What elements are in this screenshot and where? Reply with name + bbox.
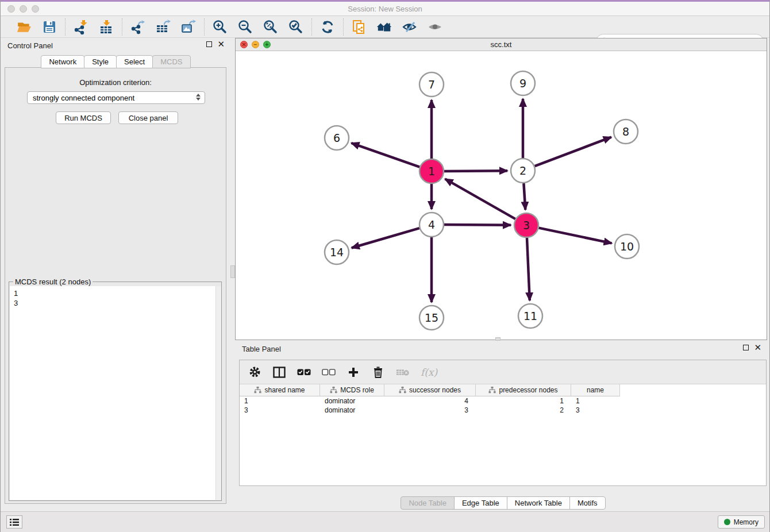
- show-all-eye-icon[interactable]: [427, 19, 443, 35]
- network-maximize-icon[interactable]: +: [263, 41, 271, 48]
- graph-node-14[interactable]: 14: [325, 240, 349, 264]
- table-panel-float-icon[interactable]: [743, 345, 749, 350]
- column-header-MCDS-role[interactable]: MCDS role: [320, 384, 384, 396]
- run-mcds-button[interactable]: Run MCDS: [56, 111, 111, 124]
- graph-node-8[interactable]: 8: [614, 119, 638, 144]
- table-cell[interactable]: 3: [384, 406, 476, 414]
- table-cell[interactable]: 3: [571, 406, 620, 414]
- open-session-icon[interactable]: [16, 19, 32, 35]
- graph-node-7[interactable]: 7: [419, 72, 444, 97]
- panel-splitter[interactable]: [230, 38, 235, 509]
- graph-edge-1-2[interactable]: [444, 171, 507, 171]
- table-toolbar: f(x): [240, 360, 766, 384]
- table-cell[interactable]: 3: [240, 406, 320, 414]
- graph-node-4[interactable]: 4: [419, 213, 444, 237]
- maximize-window-icon[interactable]: [32, 5, 39, 13]
- table-cell[interactable]: 2: [476, 406, 571, 414]
- export-image-icon[interactable]: [180, 19, 197, 35]
- zoom-out-icon[interactable]: [237, 19, 253, 35]
- graph-edge-3-11[interactable]: [527, 238, 530, 300]
- table-cell[interactable]: 1: [240, 397, 320, 405]
- graph-node-10[interactable]: 10: [615, 234, 639, 259]
- graph-node-6[interactable]: 6: [325, 126, 349, 150]
- network-close-icon[interactable]: ✕: [240, 41, 248, 48]
- tab-mcds[interactable]: MCDS: [152, 55, 190, 68]
- memory-button[interactable]: Memory: [718, 515, 765, 529]
- select-all-icon[interactable]: [297, 365, 311, 379]
- mcds-result-item[interactable]: 1: [14, 288, 221, 298]
- tab-motifs[interactable]: Motifs: [569, 496, 606, 510]
- select-stepper-icon: [196, 94, 201, 101]
- graph-edge-1-6[interactable]: [352, 143, 420, 167]
- graph-edge-4-3[interactable]: [444, 225, 511, 225]
- import-table-icon[interactable]: [98, 19, 114, 35]
- table-panel-close-icon[interactable]: ✕: [754, 345, 761, 350]
- home-icon[interactable]: [376, 19, 392, 35]
- column-header-successor-nodes[interactable]: successor nodes: [384, 384, 476, 396]
- network-minimize-icon[interactable]: −: [252, 41, 259, 48]
- function-builder-icon[interactable]: f(x): [421, 367, 437, 378]
- export-table-icon[interactable]: [155, 19, 171, 35]
- table-cell[interactable]: dominator: [320, 406, 384, 414]
- column-header-predecessor-nodes[interactable]: predecessor nodes: [476, 384, 571, 396]
- table-settings-icon[interactable]: [248, 365, 261, 379]
- optimization-criterion-value: strongly connected component: [33, 94, 134, 102]
- task-history-button[interactable]: [6, 515, 22, 529]
- control-panel-float-icon[interactable]: [206, 41, 212, 47]
- zoom-fit-icon[interactable]: [263, 19, 279, 35]
- graph-edge-3-1[interactable]: [445, 179, 515, 219]
- graph-node-9[interactable]: 9: [511, 71, 535, 95]
- graph-edge-2-3[interactable]: [523, 183, 525, 210]
- tab-network-table[interactable]: Network Table: [507, 496, 570, 510]
- table-header-row: shared nameMCDS rolesuccessor nodesprede…: [240, 384, 766, 396]
- deselect-all-icon[interactable]: [322, 365, 336, 379]
- table-cell[interactable]: 1: [571, 397, 620, 405]
- zoom-in-icon[interactable]: [212, 19, 228, 35]
- graph-node-1[interactable]: 1: [419, 159, 444, 183]
- close-window-icon[interactable]: [7, 5, 15, 13]
- column-header-shared-name[interactable]: shared name: [240, 384, 320, 396]
- optimization-criterion-select[interactable]: strongly connected component: [27, 91, 205, 104]
- graph-edge-2-8[interactable]: [535, 137, 611, 167]
- minimize-window-icon[interactable]: [20, 5, 27, 13]
- zoom-selected-icon[interactable]: [288, 19, 304, 35]
- table-cell[interactable]: dominator: [320, 397, 384, 405]
- tab-select[interactable]: Select: [116, 55, 153, 68]
- svg-text:4: 4: [428, 218, 435, 231]
- tab-network[interactable]: Network: [41, 55, 84, 68]
- save-session-icon[interactable]: [41, 19, 57, 35]
- column-header-name[interactable]: name: [571, 384, 620, 396]
- table-cell[interactable]: 4: [384, 397, 476, 405]
- graph-node-3[interactable]: 3: [514, 213, 538, 237]
- network-window-titlebar[interactable]: scc.txt ✕ − +: [236, 38, 767, 51]
- graph-node-15[interactable]: 15: [419, 306, 444, 330]
- table-panel-tabs: Node TableEdge TableNetwork TableMotifs: [235, 496, 770, 510]
- hide-selected-eye-icon[interactable]: [402, 19, 418, 35]
- graph-edge-3-10[interactable]: [539, 228, 612, 244]
- result-scrollbar[interactable]: [215, 286, 221, 500]
- export-network-icon[interactable]: [130, 19, 146, 35]
- control-panel-header: Control Panel ✕: [1, 40, 230, 53]
- table-row[interactable]: 3dominator323: [240, 406, 766, 415]
- close-panel-button[interactable]: Close panel: [118, 111, 178, 124]
- mcds-result-list[interactable]: 13: [10, 286, 221, 500]
- network-window-grip[interactable]: [495, 337, 500, 341]
- clone-network-icon[interactable]: [351, 19, 367, 35]
- graph-node-11[interactable]: 11: [518, 304, 542, 328]
- split-view-icon[interactable]: [272, 365, 286, 379]
- mcds-result-item[interactable]: 3: [14, 298, 221, 308]
- refresh-icon[interactable]: [319, 19, 336, 35]
- import-network-icon[interactable]: [73, 19, 89, 35]
- graph-edge-4-14[interactable]: [352, 228, 419, 248]
- delete-table-icon[interactable]: [396, 365, 410, 379]
- control-panel-close-icon[interactable]: ✕: [217, 41, 225, 47]
- graph-node-2[interactable]: 2: [511, 159, 535, 183]
- tab-node-table[interactable]: Node Table: [401, 496, 455, 510]
- delete-row-icon[interactable]: [371, 365, 385, 379]
- add-row-icon[interactable]: [346, 365, 360, 379]
- table-cell[interactable]: 1: [476, 397, 571, 405]
- network-canvas[interactable]: 7968124314101511: [236, 51, 767, 340]
- tab-style[interactable]: Style: [84, 55, 117, 68]
- table-row[interactable]: 1dominator411: [240, 396, 766, 406]
- tab-edge-table[interactable]: Edge Table: [454, 496, 507, 510]
